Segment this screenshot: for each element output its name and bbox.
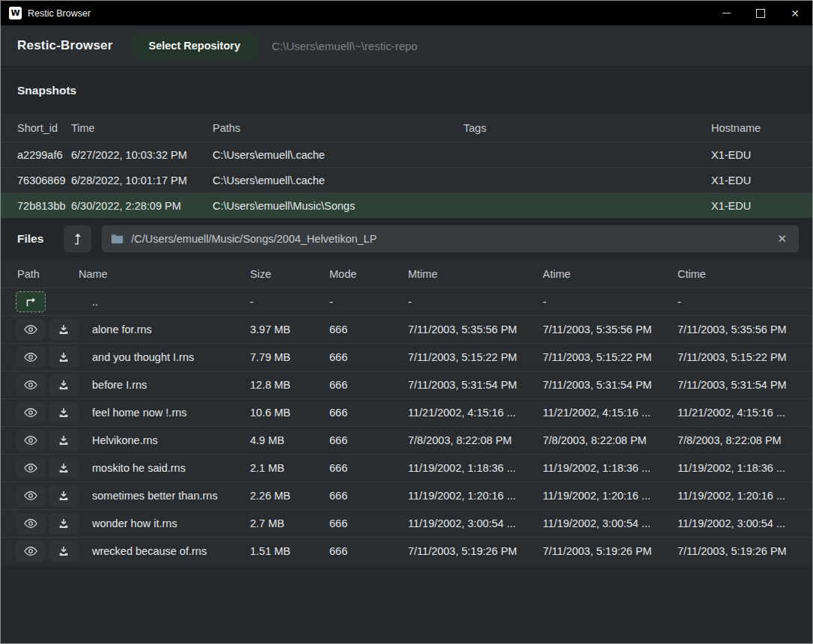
file-size: 10.6 MB (250, 399, 329, 427)
view-file-button[interactable] (16, 374, 46, 395)
files-header-row: Path Name Size Mode Mtime Atime Ctime (1, 260, 812, 288)
file-row: wonder how it.rns2.7 MB66611/19/2002, 3:… (1, 510, 812, 538)
restore-file-button[interactable] (49, 319, 79, 340)
download-icon (58, 490, 70, 502)
column-header-atime[interactable]: Atime (543, 260, 678, 288)
file-ctime: 7/11/2003, 5:31:54 PM (678, 371, 812, 399)
view-file-button[interactable] (16, 541, 46, 562)
view-file-button[interactable] (16, 513, 46, 534)
file-atime: 7/11/2003, 5:19:26 PM (543, 538, 678, 565)
app-title: Restic-Browser (17, 38, 113, 53)
file-mtime: - (408, 288, 543, 316)
column-header-time[interactable]: Time (71, 114, 213, 142)
snapshot-row[interactable]: 763068696/28/2022, 10:01:17 PMC:\Users\e… (1, 168, 812, 193)
file-atime: 7/11/2003, 5:31:54 PM (543, 371, 678, 399)
file-path-input[interactable]: /C/Users/emuell/Music/Songs/2004_Helveti… (102, 225, 799, 252)
file-mode: 666 (329, 427, 408, 455)
snapshot-time: 6/27/2022, 10:03:32 PM (71, 142, 213, 168)
file-row: before I.rns12.8 MB6667/11/2003, 5:31:54… (1, 371, 812, 399)
maximize-button[interactable] (743, 1, 778, 25)
file-row: Helvikone.rns4.9 MB6667/8/2003, 8:22:08 … (1, 427, 812, 455)
close-icon: ✕ (791, 7, 800, 19)
column-header-mtime[interactable]: Mtime (408, 260, 543, 288)
view-file-button[interactable] (16, 347, 46, 368)
snapshot-paths: C:\Users\emuell\.cache (213, 142, 463, 168)
file-name: sometimes better than.rns (79, 482, 250, 510)
select-repository-button[interactable]: Select Repository (133, 32, 257, 59)
file-actions (1, 344, 79, 371)
file-row: sometimes better than.rns2.26 MB66611/19… (1, 482, 812, 510)
file-name: before I.rns (79, 371, 250, 399)
restore-file-button[interactable] (49, 458, 79, 479)
file-mtime: 7/11/2003, 5:35:56 PM (408, 316, 543, 344)
file-atime: 11/19/2002, 1:18:36 ... (543, 455, 678, 482)
column-header-tags[interactable]: Tags (463, 114, 711, 142)
app-header: Restic-Browser Select Repository C:\User… (1, 25, 812, 67)
file-actions (1, 427, 79, 455)
restore-file-button[interactable] (49, 541, 79, 562)
go-to-parent-button[interactable] (16, 291, 46, 312)
file-row: and you thought I.rns7.79 MB6667/11/2003… (1, 344, 812, 371)
column-header-hostname[interactable]: Hostname (711, 114, 812, 142)
download-icon (58, 517, 70, 529)
file-name: wonder how it.rns (79, 510, 250, 538)
restore-file-button[interactable] (49, 485, 79, 506)
file-size: 2.1 MB (250, 455, 329, 482)
file-name: moskito he said.rns (79, 455, 250, 482)
column-header-short-id[interactable]: Short_id (1, 114, 71, 142)
file-atime: - (543, 288, 678, 316)
file-mtime: 11/19/2002, 1:20:16 ... (408, 482, 543, 510)
view-file-button[interactable] (16, 402, 46, 423)
file-actions (1, 455, 79, 482)
file-mode: 666 (329, 316, 408, 344)
restore-file-button[interactable] (49, 402, 79, 423)
view-file-button[interactable] (16, 458, 46, 479)
file-mode: 666 (329, 538, 408, 565)
snapshot-short-id: 72b813bb (1, 193, 71, 219)
restore-file-button[interactable] (49, 430, 79, 451)
file-mtime: 7/11/2003, 5:15:22 PM (408, 344, 543, 371)
download-icon (58, 379, 70, 391)
column-header-path[interactable]: Path (1, 260, 79, 288)
files-title: Files (17, 232, 43, 246)
column-header-size[interactable]: Size (250, 260, 329, 288)
snapshot-row[interactable]: a2299af66/27/2022, 10:03:32 PMC:\Users\e… (1, 142, 812, 168)
close-button[interactable]: ✕ (778, 1, 812, 25)
view-file-button[interactable] (16, 485, 46, 506)
eye-icon (24, 380, 37, 390)
download-icon (58, 323, 70, 335)
file-name: alone for.rns (79, 316, 250, 344)
snapshot-tags (463, 142, 711, 168)
navigate-up-button[interactable] (64, 225, 91, 252)
minimize-button[interactable] (709, 1, 743, 25)
restore-file-button[interactable] (49, 347, 79, 368)
snapshot-time: 6/28/2022, 10:01:17 PM (71, 168, 213, 193)
file-ctime: 7/11/2003, 5:35:56 PM (678, 316, 812, 344)
file-name: Helvikone.rns (79, 427, 250, 455)
view-file-button[interactable] (16, 430, 46, 451)
clear-path-button[interactable]: ✕ (774, 231, 790, 247)
titlebar: W Restic Browser ✕ (1, 1, 812, 25)
file-actions (1, 288, 79, 316)
file-actions (1, 399, 79, 427)
restore-file-button[interactable] (49, 374, 79, 395)
column-header-paths[interactable]: Paths (213, 114, 463, 142)
file-row: feel home now !.rns10.6 MB66611/21/2002,… (1, 399, 812, 427)
snapshot-paths: C:\Users\emuell\Music\Songs (213, 193, 463, 219)
file-mode: 666 (329, 510, 408, 538)
file-mode: - (329, 288, 408, 316)
file-size: 2.7 MB (250, 510, 329, 538)
snapshot-hostname: X1-EDU (711, 193, 812, 219)
snapshot-time: 6/30/2022, 2:28:09 PM (71, 193, 213, 219)
view-file-button[interactable] (16, 319, 46, 340)
column-header-name[interactable]: Name (79, 260, 250, 288)
restore-file-button[interactable] (49, 513, 79, 534)
column-header-ctime[interactable]: Ctime (678, 260, 812, 288)
snapshot-row[interactable]: 72b813bb6/30/2022, 2:28:09 PMC:\Users\em… (1, 193, 812, 219)
file-mtime: 11/19/2002, 1:18:36 ... (408, 455, 543, 482)
files-table: Path Name Size Mode Mtime Atime Ctime ..… (1, 260, 812, 565)
file-row: moskito he said.rns2.1 MB66611/19/2002, … (1, 455, 812, 482)
file-mtime: 7/11/2003, 5:31:54 PM (408, 371, 543, 399)
file-atime: 11/21/2002, 4:15:16 ... (543, 399, 678, 427)
column-header-mode[interactable]: Mode (329, 260, 408, 288)
